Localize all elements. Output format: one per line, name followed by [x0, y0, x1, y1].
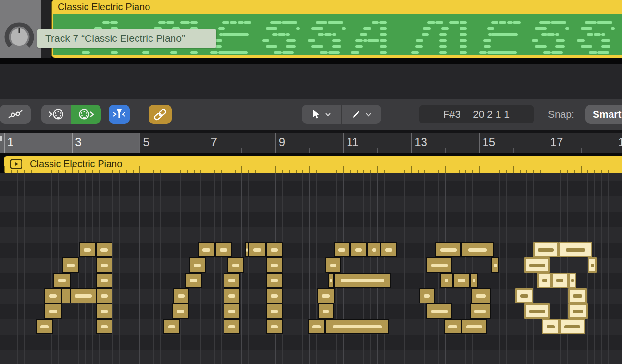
midi-note[interactable] [53, 273, 71, 288]
midi-note[interactable] [224, 273, 240, 288]
midi-note[interactable] [325, 257, 341, 273]
midi-note[interactable] [419, 288, 435, 303]
region-bar-tick [174, 166, 174, 173]
midi-note[interactable] [426, 257, 452, 273]
midi-note[interactable] [44, 303, 62, 319]
midi-note[interactable] [559, 242, 592, 257]
midi-note[interactable] [172, 303, 189, 319]
midi-note[interactable] [524, 257, 550, 273]
midi-note[interactable] [163, 319, 180, 334]
midi-note[interactable] [537, 273, 552, 288]
midi-note[interactable] [96, 273, 112, 288]
midi-note[interactable] [79, 242, 96, 257]
midi-note[interactable] [317, 288, 335, 303]
region-bar-tick [587, 170, 588, 173]
link-button[interactable] [149, 105, 172, 124]
midi-note[interactable] [568, 303, 588, 319]
midi-note[interactable] [470, 273, 478, 288]
midi-note[interactable] [568, 288, 587, 303]
midi-note[interactable] [461, 242, 494, 257]
region-bar-tick [438, 170, 439, 173]
midi-note[interactable] [62, 257, 79, 273]
snap-dropdown[interactable]: Smart [585, 105, 622, 124]
midi-note[interactable] [461, 319, 487, 334]
midi-note[interactable] [215, 242, 232, 257]
note-velocity-dash [178, 294, 185, 298]
midi-note[interactable] [350, 242, 367, 257]
mini-note [166, 21, 174, 24]
mini-note [587, 33, 593, 36]
midi-note[interactable] [96, 319, 112, 334]
region-bar-tick [526, 170, 527, 173]
volume-knob[interactable] [1, 18, 37, 55]
midi-region[interactable]: Classic Electric Piano [51, 0, 622, 58]
midi-note[interactable] [224, 319, 240, 334]
midi-note[interactable] [470, 303, 491, 319]
region-bar-tick [235, 170, 236, 173]
midi-note[interactable] [36, 319, 53, 334]
midi-note[interactable] [185, 273, 202, 288]
midi-note[interactable] [266, 319, 283, 334]
midi-note[interactable] [62, 288, 71, 303]
midi-note[interactable] [551, 273, 568, 288]
midi-note[interactable] [266, 288, 283, 303]
region-title: Classic Electric Piano [58, 1, 150, 12]
midi-note[interactable] [249, 242, 266, 257]
playhead-marker[interactable] [0, 136, 2, 141]
midi-note[interactable] [435, 242, 461, 257]
region-lane-bar[interactable]: Classic Electric Piano [4, 156, 622, 173]
midi-note[interactable] [173, 288, 189, 303]
midi-note[interactable] [44, 288, 62, 303]
midi-note[interactable] [533, 242, 559, 257]
mini-note [491, 33, 518, 36]
piano-roll-grid[interactable] [0, 173, 622, 364]
midi-out-button[interactable] [71, 105, 101, 124]
ruler-bar-line [4, 133, 5, 153]
midi-note[interactable] [96, 242, 112, 257]
midi-note[interactable] [568, 273, 576, 288]
midi-note[interactable] [227, 257, 244, 273]
midi-note[interactable] [453, 273, 470, 288]
note-velocity-dash [67, 264, 75, 267]
midi-note[interactable] [515, 288, 533, 303]
midi-note[interactable] [266, 273, 283, 288]
midi-note[interactable] [426, 303, 452, 319]
play-icon[interactable] [10, 159, 22, 169]
midi-note[interactable] [96, 288, 112, 303]
midi-note[interactable] [96, 303, 112, 319]
midi-in-button[interactable] [41, 105, 71, 124]
midi-note[interactable] [334, 242, 350, 257]
midi-note[interactable] [266, 257, 283, 273]
midi-note[interactable] [224, 288, 240, 303]
midi-note[interactable] [491, 257, 499, 273]
midi-note[interactable] [542, 319, 560, 334]
note-velocity-dash [177, 310, 184, 313]
midi-note[interactable] [560, 319, 585, 334]
midi-note[interactable] [367, 242, 381, 257]
midi-note[interactable] [70, 288, 97, 303]
midi-note[interactable] [380, 242, 397, 257]
midi-note[interactable] [471, 288, 491, 303]
left-click-tool-menu[interactable] [302, 105, 341, 124]
automation-button[interactable] [0, 105, 31, 124]
midi-note[interactable] [318, 303, 334, 319]
midi-note[interactable] [189, 257, 206, 273]
region-bar-tick [445, 166, 446, 173]
midi-note[interactable] [266, 303, 283, 319]
midi-note[interactable] [440, 273, 453, 288]
midi-note[interactable] [588, 257, 597, 273]
midi-note[interactable] [524, 303, 550, 319]
position-display[interactable]: F#3 20 2 1 1 [419, 105, 534, 123]
midi-out-icon [78, 108, 94, 121]
command-click-tool-menu[interactable] [342, 105, 381, 124]
catch-playhead-button[interactable] [109, 105, 130, 124]
midi-note[interactable] [444, 319, 462, 334]
midi-note[interactable] [325, 319, 389, 334]
midi-note[interactable] [308, 319, 325, 334]
midi-note[interactable] [334, 273, 391, 288]
midi-note[interactable] [224, 303, 240, 319]
bar-ruler[interactable]: 135791113151719 [0, 133, 622, 153]
midi-note[interactable] [96, 257, 112, 273]
midi-note[interactable] [198, 242, 215, 257]
midi-note[interactable] [266, 242, 283, 257]
